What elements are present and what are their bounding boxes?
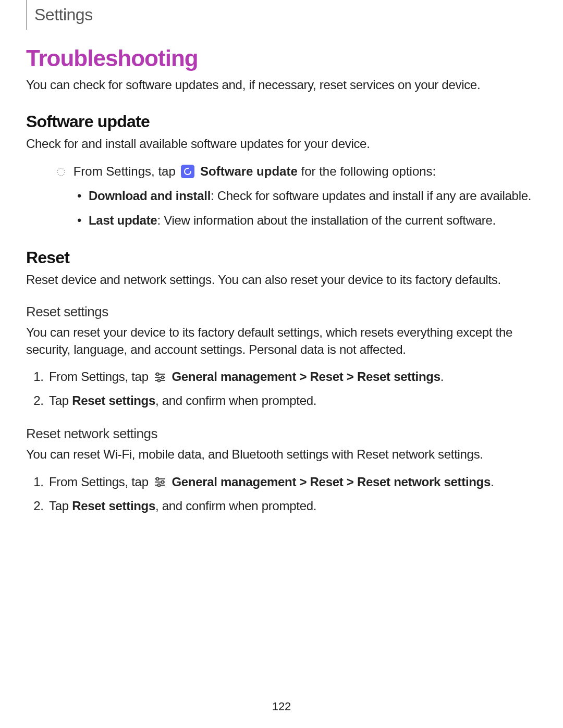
step-prefix: Tap xyxy=(49,499,72,513)
reset-network-heading: Reset network settings xyxy=(26,426,537,442)
reset-heading: Reset xyxy=(26,248,537,267)
software-update-options: Download and install: Check for software… xyxy=(56,187,537,229)
instruction-bold: Software update xyxy=(200,164,298,178)
svg-point-8 xyxy=(156,478,159,480)
step-prefix: From Settings, tap xyxy=(49,369,149,384)
step-bold: Reset settings xyxy=(72,499,155,513)
step-bold: General management > Reset > Reset setti… xyxy=(172,369,440,384)
step-bold: General management > Reset > Reset netwo… xyxy=(172,475,491,489)
software-update-heading: Software update xyxy=(26,112,537,131)
list-item: Last update: View information about the … xyxy=(89,212,537,229)
instruction-suffix: for the following options: xyxy=(298,164,436,178)
option-desc: : Check for software updates and install… xyxy=(211,189,531,203)
step-item: Tap Reset settings, and confirm when pro… xyxy=(47,497,537,515)
step-suffix: . xyxy=(491,475,494,489)
software-update-desc: Check for and install available software… xyxy=(26,135,537,152)
software-update-icon xyxy=(181,165,194,178)
instruction-prefix: From Settings, tap xyxy=(74,164,176,178)
reset-settings-steps: From Settings, tap General management > … xyxy=(26,367,537,410)
step-suffix: . xyxy=(440,369,444,384)
reset-desc: Reset device and network settings. You c… xyxy=(26,272,537,288)
step-bold: Reset settings xyxy=(72,393,155,408)
breadcrumb: Settings xyxy=(34,0,537,30)
general-management-icon xyxy=(154,477,166,487)
header-bar: Settings xyxy=(26,0,537,30)
reset-settings-desc: You can reset your device to its factory… xyxy=(26,324,537,358)
step-item: Tap Reset settings, and confirm when pro… xyxy=(47,391,537,410)
reset-network-desc: You can reset Wi-Fi, mobile data, and Bl… xyxy=(26,446,537,463)
dotted-circle-icon xyxy=(56,163,66,182)
software-update-instruction: From Settings, tap Software update for t… xyxy=(56,162,537,182)
svg-point-10 xyxy=(162,481,164,484)
svg-point-4 xyxy=(162,376,164,378)
step-prefix: Tap xyxy=(49,393,72,408)
page-number: 122 xyxy=(0,700,563,713)
svg-point-0 xyxy=(57,168,65,176)
general-management-icon xyxy=(154,372,166,382)
step-suffix: , and confirm when prompted. xyxy=(155,499,316,513)
svg-point-2 xyxy=(156,373,159,375)
svg-point-6 xyxy=(158,379,161,381)
option-label: Last update xyxy=(89,213,157,227)
page-title: Troubleshooting xyxy=(26,45,537,71)
reset-settings-heading: Reset settings xyxy=(26,304,537,320)
step-item: From Settings, tap General management > … xyxy=(47,367,537,386)
option-label: Download and install xyxy=(89,189,211,203)
list-item: Download and install: Check for software… xyxy=(89,187,537,205)
reset-network-steps: From Settings, tap General management > … xyxy=(26,473,537,515)
step-item: From Settings, tap General management > … xyxy=(47,473,537,491)
step-prefix: From Settings, tap xyxy=(49,475,149,489)
step-suffix: , and confirm when prompted. xyxy=(155,393,316,408)
intro-text: You can check for software updates and, … xyxy=(26,77,537,93)
option-desc: : View information about the installatio… xyxy=(157,213,495,227)
svg-point-12 xyxy=(158,484,161,487)
